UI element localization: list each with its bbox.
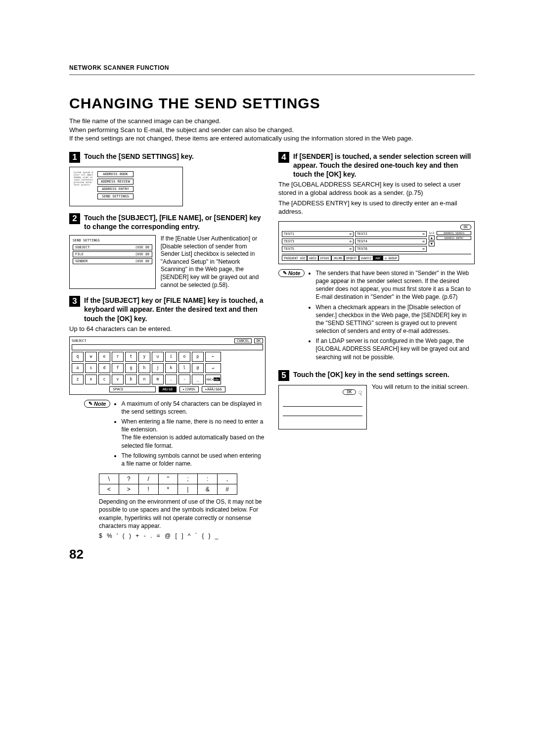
- figure-send-settings-screen: SEND SETTINGS SUBJECT(USE DE FILE(USE DE…: [69, 235, 156, 289]
- note-badge: Note: [278, 269, 305, 277]
- kb-abc-toggle: ABC▸abc: [205, 375, 221, 384]
- field-subject: SUBJECT: [75, 245, 90, 249]
- kb-row-1: q w e r t y u i o p ←: [72, 352, 263, 362]
- mail-icon: ✉: [350, 239, 352, 243]
- field-sender: SENDER: [75, 259, 88, 263]
- symbol-cell: >: [119, 484, 138, 495]
- kb-key: m: [152, 375, 164, 384]
- sender-tab: UVWXYZ: [359, 255, 374, 261]
- kb-enter-icon: ↵: [205, 363, 221, 373]
- kb-key: n: [138, 375, 150, 384]
- kb-key: v: [112, 375, 124, 384]
- mail-icon: ✉: [423, 247, 425, 251]
- sender-ok: OK: [460, 225, 471, 230]
- sender-item: TEST4: [357, 239, 367, 243]
- symbol-cell: <: [99, 484, 119, 495]
- menu-address-review: ADDRESS REVIEW: [97, 179, 134, 185]
- sender-tab-active: ABC: [373, 255, 383, 261]
- kb-key: w: [85, 352, 97, 362]
- figure-ok-screen: OK ☟: [278, 385, 367, 429]
- figure-keyboard: SUBJECT CANCEL OK q w e r t y: [69, 336, 266, 395]
- step3-note-list: A maximum of only 54 characters can be d…: [114, 400, 266, 470]
- kb-key: .: [165, 375, 177, 384]
- note-item: When entering a file name, there is no n…: [121, 418, 266, 450]
- sender-tab: ⊕ GROUP: [383, 255, 399, 261]
- step-4: 4 If [SENDER] is touched, a sender selec…: [278, 152, 475, 363]
- kb-space: SPACE: [109, 386, 156, 392]
- step-5-title: Touch the [OK] key in the send settings …: [293, 370, 449, 379]
- kb-key: b: [125, 375, 137, 384]
- kb-key: j: [152, 363, 164, 373]
- sender-tabs: FREQUENT USE ABCD EFGHI JKLMN OPQRST UVW…: [282, 254, 471, 261]
- kb-key: o: [178, 352, 190, 362]
- step-4-title: If [SENDER] is touched, a sender selecti…: [293, 152, 475, 179]
- kb-key: p: [192, 352, 204, 362]
- sender-tab: OPQRST: [344, 255, 359, 261]
- kb-key: -: [178, 375, 190, 384]
- mail-icon: ✉: [423, 239, 425, 243]
- sender-tab: JKLMN: [331, 255, 344, 261]
- symbol-cell: |: [178, 484, 198, 495]
- sender-item: TEST2: [357, 232, 367, 236]
- sender-tab: ABCD: [307, 255, 318, 261]
- kb-key: a: [72, 363, 84, 373]
- kb-title: SUBJECT: [72, 339, 87, 343]
- kb-cancel: CANCEL: [234, 338, 252, 343]
- kb-key: s: [85, 363, 97, 373]
- sender-item: TEST3: [284, 239, 294, 243]
- kb-key: u: [152, 352, 164, 362]
- step-3: 3 If the [SUBJECT] key or [FILE NAME] ke…: [69, 296, 266, 540]
- kb-key: x: [85, 375, 97, 384]
- kb-ok: OK: [254, 338, 263, 343]
- field-file: FILE: [75, 252, 84, 256]
- sender-item: TEST1: [284, 232, 294, 236]
- symbol-cell: ": [158, 474, 178, 484]
- intro-line1: The file name of the scanned image can b…: [69, 117, 475, 126]
- figure-screen-preview: Lorem ipsum dolor sit amet dummy scan sc…: [74, 171, 93, 202]
- kb-key: y: [138, 352, 150, 362]
- kb-key: q: [72, 352, 84, 362]
- step-5-body: You will return to the initial screen.: [372, 383, 475, 391]
- kb-input-field: [72, 344, 263, 350]
- step-number-3: 3: [69, 296, 80, 307]
- kb-row-3: z x c v b n m . - _ ABC▸abc: [72, 375, 263, 384]
- kb-key: e: [98, 352, 110, 362]
- arrow-down-icon: ▼: [429, 241, 435, 246]
- note-item: A maximum of only 54 characters can be d…: [121, 400, 266, 416]
- symbol-cell: /: [138, 474, 158, 484]
- sender-item: TEST5: [284, 247, 294, 251]
- symbol-cell: :: [198, 474, 218, 484]
- step-2-title: Touch the [SUBJECT], [FILE NAME], or [SE…: [84, 213, 266, 231]
- kb-key: c: [98, 375, 110, 384]
- note-item: If an LDAP server is not configured in t…: [315, 337, 475, 361]
- pointer-hand-icon: ☟: [358, 389, 362, 397]
- step-4-body2: The [ADDRESS ENTRY] key is used to direc…: [278, 199, 475, 216]
- menu-send-settings: SEND SETTINGS: [97, 193, 134, 199]
- sender-tab: EFGHI: [318, 255, 331, 261]
- mail-icon: ✉: [350, 247, 352, 251]
- menu-address-entry: ADDRESS ENTRY: [97, 186, 134, 192]
- symbol-cell: !: [138, 484, 158, 495]
- note-item: The senders that have been stored in "Se…: [315, 269, 475, 301]
- step-1: 1 Touch the [SEND SETTINGS] key. Lorem i…: [69, 152, 266, 206]
- note-badge: Note: [84, 400, 110, 408]
- symbol-cell: \: [99, 474, 119, 484]
- kb-key: d: [98, 363, 110, 373]
- menu-address-book: ADDRESS BOOK: [97, 171, 134, 177]
- sender-tab: FREQUENT USE: [282, 255, 307, 261]
- kb-mode-accent: ▸ÀÄÂ/àäâ: [202, 386, 225, 392]
- symbol-list-line: $ % ' ( ) + - . = @ [ ] ^ ` { } _: [99, 532, 266, 540]
- step-number-2: 2: [69, 213, 80, 224]
- kb-backspace-icon: ←: [205, 352, 221, 362]
- kb-row-2: a s d f g h j k l @ ↵: [72, 363, 263, 373]
- step-3-title: If the [SUBJECT] key or [FILE NAME] key …: [84, 296, 266, 323]
- field-sender-value: (USE DE: [135, 259, 150, 263]
- sender-item: TEST6: [357, 247, 367, 251]
- step-5: 5 Touch the [OK] key in the send setting…: [278, 370, 475, 433]
- arrow-up-icon: ▲: [429, 236, 435, 240]
- symbol-cell: &: [198, 484, 218, 495]
- intro-text: The file name of the scanned image can b…: [69, 117, 475, 143]
- kb-key: h: [138, 363, 150, 373]
- step-number-1: 1: [69, 152, 80, 163]
- figure-send-settings-menu: Lorem ipsum dolor sit amet dummy scan sc…: [69, 167, 183, 206]
